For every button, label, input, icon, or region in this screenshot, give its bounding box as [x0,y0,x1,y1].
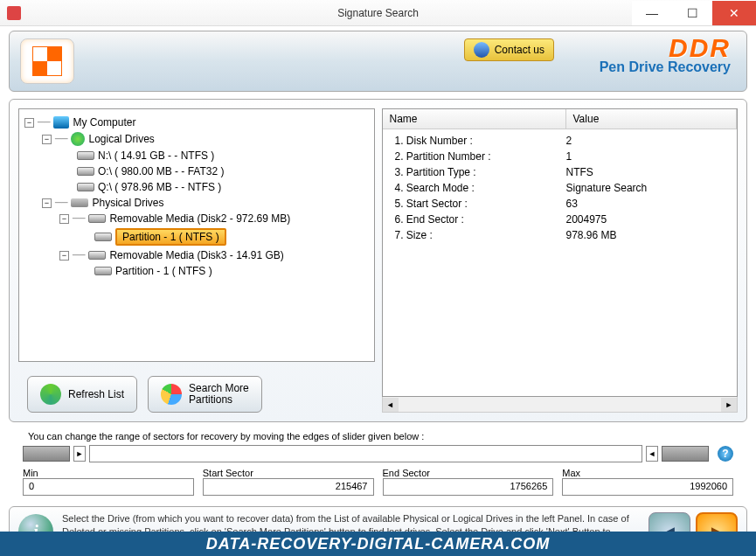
person-icon [474,42,489,58]
property-row: 5. Start Sector :63 [383,196,738,212]
close-button[interactable]: ✕ [712,1,756,25]
button-label: Search More Partitions [189,383,249,406]
drive-icon [71,198,88,207]
collapse-icon[interactable]: − [42,198,52,208]
computer-icon [53,116,69,129]
search-more-partitions-button[interactable]: Search More Partitions [148,376,262,413]
slider-right-handle[interactable] [662,446,709,462]
tree-label: My Computer [73,116,135,129]
col-header-value[interactable]: Value [566,109,738,129]
hdd-icon [77,167,94,176]
hdd-icon [88,251,106,260]
collapse-icon[interactable]: − [59,214,69,224]
horizontal-scrollbar[interactable]: ◄ ► [382,397,739,413]
hdd-icon [77,183,94,191]
start-sector-label: Start Sector [203,468,374,478]
tree-label: Partition - 1 ( NTFS ) [115,265,212,277]
tree-label: O:\ ( 980.00 MB - - FAT32 ) [98,165,225,177]
prop-value: NTFS [566,166,738,178]
prop-name: 3. Partition Type : [383,166,566,178]
property-row: 7. Size :978.96 MB [383,227,738,243]
prop-value: Signature Search [566,182,738,194]
slider-track[interactable] [89,445,642,462]
prop-name: 1. Disk Number : [383,135,566,147]
sector-fields: Min 0 Start Sector 215467 End Sector 175… [23,468,733,496]
properties-table: Name Value 1. Disk Number :22. Partition… [382,108,739,397]
app-icon [7,6,21,20]
property-row: 4. Search Mode :Signature Search [383,180,738,196]
window-controls: — ☐ ✕ [632,1,756,25]
minimize-button[interactable]: — [632,1,672,25]
tree-label: Removable Media (Disk3 - 14.91 GB) [109,249,283,261]
tree-label: Logical Drives [88,133,154,145]
brand-logo-text: DDR [600,33,731,63]
slider-left-handle[interactable] [23,446,70,462]
sector-range-section: You can change the range of sectors for … [23,431,733,496]
property-row: 3. Partition Type :NTFS [383,164,738,180]
prop-value: 63 [566,198,738,210]
prop-value: 2 [566,135,738,147]
table-header: Name Value [383,109,738,129]
prop-name: 5. Start Sector : [383,198,566,210]
contact-us-button[interactable]: Contact us [464,38,554,61]
hdd-icon [77,151,94,160]
max-label: Max [562,468,733,478]
scroll-right-icon[interactable]: ► [721,398,737,412]
tree-partition-selected[interactable]: Partition - 1 ( NTFS ) [94,226,369,247]
tree-label: Physical Drives [92,197,163,209]
main-panel: − ── My Computer − ── Logical Drives N:\… [9,99,747,422]
tree-label: Removable Media (Disk2 - 972.69 MB) [109,212,290,225]
globe-icon [71,132,85,146]
contact-label: Contact us [495,44,544,56]
refresh-icon [40,384,61,405]
tree-label-selected: Partition - 1 ( NTFS ) [115,228,226,246]
drive-tree[interactable]: − ── My Computer − ── Logical Drives N:\… [18,108,375,362]
tree-root[interactable]: − ── My Computer [24,115,369,130]
button-label: Refresh List [68,388,124,400]
hdd-icon [94,233,112,241]
start-sector-input[interactable]: 215467 [203,478,374,496]
brand-block: DDR Pen Drive Recovery [600,33,731,75]
property-row: 1. Disk Number :2 [383,133,738,149]
col-header-name[interactable]: Name [383,109,566,129]
tree-removable-2[interactable]: − ── Removable Media (Disk3 - 14.91 GB) [59,247,369,263]
prop-name: 6. End Sector : [383,213,566,226]
property-row: 6. End Sector :2004975 [383,212,738,227]
tree-label: N:\ ( 14.91 GB - - NTFS ) [98,149,214,162]
min-value: 0 [23,478,194,496]
refresh-list-button[interactable]: Refresh List [27,376,137,413]
collapse-icon[interactable]: − [24,118,34,128]
prop-value: 2004975 [566,213,738,226]
sector-slider[interactable]: ► ◄ ? [23,445,733,462]
tree-removable-1[interactable]: − ── Removable Media (Disk2 - 972.69 MB) [59,211,369,226]
tree-physical-drives[interactable]: − ── Physical Drives [42,195,369,211]
collapse-icon[interactable]: − [42,135,52,144]
hdd-icon [94,267,112,275]
titlebar: Signature Search — ☐ ✕ [0,0,756,26]
tree-buttons: Refresh List Search More Partitions [27,376,366,413]
pie-chart-icon [161,384,182,405]
property-row: 2. Partition Number :1 [383,149,738,164]
tree-logical-drives[interactable]: − ── Logical Drives [42,130,369,148]
max-value: 1992060 [562,478,733,496]
slider-right-arrow-icon[interactable]: ◄ [646,446,658,462]
maximize-button[interactable]: ☐ [672,1,712,25]
brand-subtitle: Pen Drive Recovery [600,59,731,75]
tree-drive-n[interactable]: N:\ ( 14.91 GB - - NTFS ) [77,148,369,163]
tree-drive-o[interactable]: O:\ ( 980.00 MB - - FAT32 ) [77,163,369,179]
end-sector-input[interactable]: 1756265 [383,478,554,496]
end-sector-label: End Sector [383,468,554,478]
app-header: Contact us DDR Pen Drive Recovery [9,31,747,92]
help-icon[interactable]: ? [718,446,733,462]
watermark: DATA-RECOVERY-DIGITAL-CAMERA.COM [0,532,756,556]
prop-value: 1 [566,150,738,163]
scroll-left-icon[interactable]: ◄ [383,398,399,412]
app-logo [20,38,74,84]
prop-name: 7. Size : [383,229,566,241]
tree-drive-q[interactable]: Q:\ ( 978.96 MB - - NTFS ) [77,179,369,195]
collapse-icon[interactable]: − [59,251,69,261]
slider-hint: You can change the range of sectors for … [23,431,733,441]
hdd-icon [88,214,106,223]
tree-partition-2[interactable]: Partition - 1 ( NTFS ) [94,263,369,279]
slider-left-arrow-icon[interactable]: ► [73,446,86,462]
